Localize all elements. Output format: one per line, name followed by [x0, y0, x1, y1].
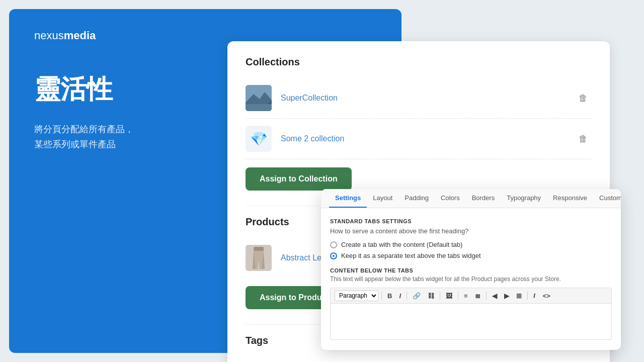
- collection-thumbnail-some2: 💎: [246, 126, 272, 152]
- tab-settings[interactable]: Settings: [329, 189, 367, 208]
- collection-thumbnail-super: [246, 85, 272, 111]
- align-left-btn[interactable]: ◀: [490, 291, 500, 301]
- tab-layout[interactable]: Layout: [367, 189, 398, 208]
- tab-padding[interactable]: Padding: [398, 189, 435, 208]
- bold-btn[interactable]: B: [385, 291, 394, 301]
- image-btn[interactable]: 🖼: [443, 291, 455, 301]
- diamond-icon: 💎: [250, 131, 268, 147]
- settings-tabs: Settings Layout Padding Colors Borders T…: [321, 189, 621, 208]
- code-btn[interactable]: <>: [540, 291, 553, 301]
- delete-super-btn[interactable]: 🗑: [575, 91, 592, 106]
- toolbar-divider-5: [486, 292, 487, 300]
- content-below-desc: This text will appear below the tabs wid…: [330, 276, 612, 283]
- tab-responsive[interactable]: Responsive: [547, 189, 593, 208]
- link-btn[interactable]: 🔗: [410, 291, 423, 301]
- ol-btn[interactable]: ≣: [472, 291, 483, 301]
- tab-borders[interactable]: Borders: [466, 189, 501, 208]
- paragraph-select[interactable]: Paragraph: [335, 290, 378, 301]
- product-thumbnail: [246, 245, 272, 271]
- editor-area[interactable]: [330, 304, 612, 340]
- toolbar-divider-3: [440, 292, 440, 300]
- tab-colors[interactable]: Colors: [435, 189, 466, 208]
- content-below-label: CONTENT BELOW THE TABS: [330, 267, 612, 274]
- assign-collection-button[interactable]: Assign to Collection: [246, 167, 352, 191]
- legging-image: [246, 245, 272, 271]
- settings-body: STANDARD TABS SETTINGS How to serve a co…: [321, 208, 621, 350]
- unlink-btn[interactable]: ⛓: [425, 291, 437, 301]
- collection-name-super: SuperCollection: [281, 94, 575, 103]
- align-center-btn[interactable]: ▶: [502, 291, 512, 301]
- collection-item-2: 💎 Some 2 collection 🗑: [246, 119, 592, 159]
- radio-circle-1: [330, 241, 337, 248]
- logo: nexusmedia: [34, 29, 376, 42]
- collections-title: Collections: [246, 56, 592, 68]
- collection-name-some2: Some 2 collection: [281, 134, 575, 143]
- delete-some2-btn[interactable]: 🗑: [575, 132, 592, 146]
- collection-item: SuperCollection 🗑: [246, 78, 592, 119]
- tab-typography[interactable]: Typography: [501, 189, 547, 208]
- toolbar-divider-6: [527, 292, 528, 300]
- toolbar-divider-2: [407, 292, 407, 300]
- settings-card: Settings Layout Padding Colors Borders T…: [321, 189, 621, 350]
- radio-label-1: Create a tab with the content (Default t…: [341, 241, 462, 248]
- svg-rect-4: [254, 247, 264, 251]
- tab-custom-css[interactable]: Custom CSS: [593, 189, 621, 208]
- logo-bold: media: [64, 29, 96, 42]
- table-btn[interactable]: ⊞: [514, 291, 524, 301]
- editor-toolbar: Paragraph B I 🔗 ⛓ 🖼 ≡ ≣ ◀ ▶ ⊞ I <>: [330, 288, 612, 304]
- ul-btn[interactable]: ≡: [461, 291, 470, 301]
- svg-rect-3: [246, 104, 272, 111]
- radio-circle-2: [330, 252, 337, 259]
- toolbar-divider-4: [458, 292, 458, 300]
- toolbar-divider-1: [381, 292, 382, 300]
- radio-option-2[interactable]: Keep it as a separate text above the tab…: [330, 252, 612, 259]
- radio-option-1[interactable]: Create a tab with the content (Default t…: [330, 241, 612, 248]
- italic-btn[interactable]: I: [396, 291, 404, 301]
- standard-tabs-question: How to serve a content above the first h…: [330, 227, 612, 235]
- radio-label-2: Keep it as a separate text above the tab…: [341, 252, 481, 259]
- standard-tabs-label: STANDARD TABS SETTINGS: [330, 218, 612, 224]
- logo-prefix: nexus: [34, 29, 64, 42]
- italic2-btn[interactable]: I: [531, 291, 538, 301]
